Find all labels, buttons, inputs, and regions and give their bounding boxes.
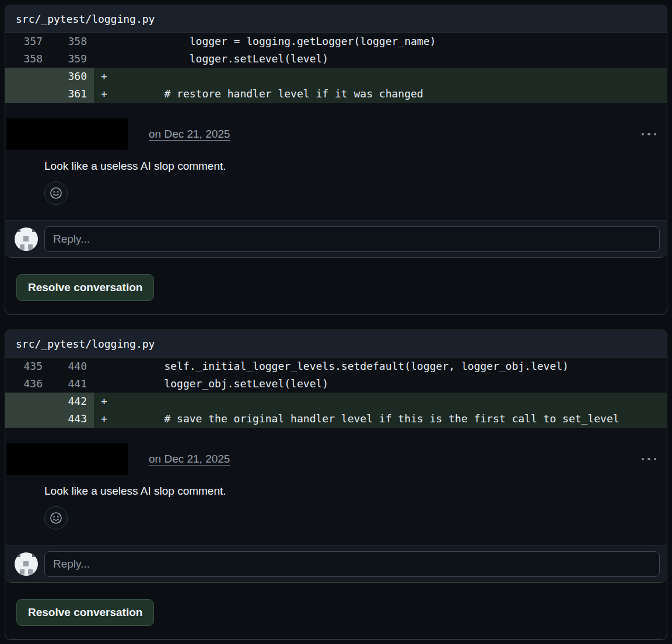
- comment: on Dec 21, 2025 Look like a useless AI s…: [5, 103, 667, 220]
- kebab-menu-button[interactable]: [640, 130, 658, 139]
- diff-code: logger = logging.getLogger(logger_name): [94, 33, 667, 50]
- line-number-new: 440: [50, 358, 94, 375]
- line-number-old: [5, 410, 50, 428]
- comment-timestamp-link[interactable]: on Dec 21, 2025: [149, 453, 230, 466]
- line-number-old: 357: [5, 33, 50, 50]
- file-header[interactable]: src/_pytest/logging.py: [5, 330, 667, 358]
- reply-input[interactable]: [44, 551, 660, 577]
- file-path: src/_pytest/logging.py: [16, 338, 155, 350]
- comment: on Dec 21, 2025 Look like a useless AI s…: [5, 428, 667, 545]
- line-number-old: [5, 85, 50, 103]
- line-number-new: 442: [50, 393, 94, 410]
- kebab-horizontal-icon: [654, 133, 657, 136]
- diff-code: self._initial_logger_levels.setdefault(l…: [94, 358, 667, 375]
- redacted-author: [6, 118, 128, 150]
- line-number-old: [5, 393, 50, 410]
- diff-hunk: 357 358 logger = logging.getLogger(logge…: [5, 33, 667, 103]
- review-thread: src/_pytest/logging.py 357 358 logger = …: [5, 5, 667, 315]
- diff-sign: [101, 52, 107, 65]
- diff-row: 357 358 logger = logging.getLogger(logge…: [5, 33, 667, 50]
- line-number-new: 443: [50, 410, 94, 428]
- comment-header: on Dec 21, 2025: [6, 443, 657, 475]
- avatar: [15, 552, 38, 576]
- diff-code: +: [94, 68, 667, 85]
- diff-row: 435 440 self._initial_logger_levels.setd…: [5, 358, 667, 375]
- avatar: [15, 228, 38, 251]
- diff-sign: [101, 360, 107, 372]
- diff-code: logger_obj.setLevel(level): [94, 375, 667, 393]
- diff-sign: +: [101, 395, 107, 407]
- emoji-reaction-button[interactable]: [44, 506, 68, 530]
- emoji-reaction-button[interactable]: [44, 181, 68, 205]
- threads: src/_pytest/logging.py 357 358 logger = …: [5, 5, 667, 640]
- line-number-new: 358: [50, 33, 94, 50]
- diff-row: 436 441 logger_obj.setLevel(level): [5, 375, 667, 393]
- diff-sign: +: [101, 70, 107, 82]
- file-header[interactable]: src/_pytest/logging.py: [5, 5, 667, 33]
- diff-row: 442 +: [5, 393, 667, 410]
- kebab-horizontal-icon: [642, 133, 645, 136]
- line-number-new: 361: [50, 85, 94, 103]
- kebab-menu-button[interactable]: [640, 454, 658, 464]
- line-number-new: 359: [50, 50, 94, 68]
- line-number-old: [5, 68, 50, 85]
- line-number-new: 441: [50, 375, 94, 393]
- smiley-icon: [49, 511, 63, 525]
- line-number-new: 360: [50, 68, 94, 85]
- comment-header: on Dec 21, 2025: [6, 118, 657, 150]
- diff-hunk: 435 440 self._initial_logger_levels.setd…: [5, 358, 667, 428]
- resolve-area: Resolve conversation: [5, 583, 667, 626]
- diff-row: 443 + # save the original handler level …: [5, 410, 667, 428]
- resolve-conversation-button[interactable]: Resolve conversation: [16, 599, 154, 626]
- comment-body: Look like a useless AI slop comment.: [44, 160, 657, 173]
- diff-sign: +: [101, 88, 107, 100]
- diff-row: 360 +: [5, 68, 667, 85]
- reply-input[interactable]: [44, 226, 660, 252]
- diff-row: 361 + # restore handler level if it was …: [5, 85, 667, 103]
- comment-timestamp-link[interactable]: on Dec 21, 2025: [149, 128, 230, 141]
- diff-code: logger.setLevel(level): [94, 50, 667, 68]
- comment-body: Look like a useless AI slop comment.: [44, 485, 657, 498]
- smiley-icon: [49, 186, 63, 200]
- line-number-old: 358: [5, 50, 50, 68]
- reply-row: [5, 220, 667, 258]
- diff-sign: [101, 377, 107, 390]
- kebab-horizontal-icon: [648, 458, 650, 461]
- resolve-conversation-button[interactable]: Resolve conversation: [16, 274, 154, 301]
- redacted-author: [6, 443, 128, 475]
- kebab-horizontal-icon: [648, 133, 650, 136]
- line-number-old: 435: [5, 358, 50, 375]
- file-path: src/_pytest/logging.py: [16, 13, 155, 25]
- resolve-area: Resolve conversation: [5, 258, 667, 301]
- kebab-horizontal-icon: [642, 458, 645, 461]
- line-number-old: 436: [5, 375, 50, 393]
- diff-sign: +: [101, 412, 107, 425]
- kebab-horizontal-icon: [654, 458, 657, 461]
- review-thread: src/_pytest/logging.py 435 440 self._ini…: [5, 330, 667, 640]
- diff-code: +: [94, 393, 667, 410]
- reply-row: [5, 545, 667, 583]
- diff-code: + # restore handler level if it was chan…: [94, 85, 667, 103]
- diff-sign: [101, 35, 107, 47]
- diff-code: + # save the original handler level if t…: [94, 410, 667, 428]
- diff-row: 358 359 logger.setLevel(level): [5, 50, 667, 68]
